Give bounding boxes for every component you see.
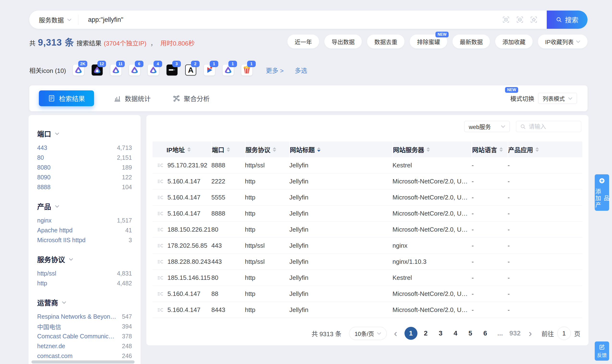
filter-value-link[interactable]: 8888 xyxy=(37,184,51,191)
table-row[interactable]: 5.160.4.147 8443 http Jellyfin Microsoft… xyxy=(153,302,582,318)
column-header[interactable]: 产品应用 xyxy=(508,142,582,157)
filter-value-link[interactable]: hetzner.de xyxy=(37,343,65,350)
related-app-icon[interactable]: 12 xyxy=(92,65,103,76)
related-app-icon[interactable]: 11 xyxy=(110,65,121,76)
tab-search-results[interactable]: 检索结果 xyxy=(39,91,94,106)
column-header[interactable]: 网站服务器 xyxy=(392,142,472,157)
action-button[interactable]: 添加收藏 xyxy=(495,35,532,48)
ip-value[interactable]: 5.160.4.147 xyxy=(167,306,200,314)
expand-row-icon[interactable] xyxy=(157,292,165,296)
table-row[interactable]: 188.228.80.243 443 http/ssl Jellyfin ngi… xyxy=(153,254,582,270)
mode-select[interactable]: 列表模式 xyxy=(538,93,577,104)
search-query-input[interactable] xyxy=(88,16,502,24)
column-header[interactable]: 端口 xyxy=(211,142,245,157)
search-button[interactable]: 搜索 xyxy=(547,11,587,29)
expand-row-icon[interactable] xyxy=(157,276,165,280)
expand-row-icon[interactable] xyxy=(157,244,165,248)
related-app-icon[interactable]: 2 A xyxy=(185,65,196,76)
table-search-input[interactable] xyxy=(529,123,577,130)
search-category-dropdown[interactable]: 服务数据 xyxy=(29,15,78,24)
scrollbar-thumb[interactable] xyxy=(31,360,134,364)
filter-value-link[interactable]: http/ssl xyxy=(37,270,56,277)
action-button[interactable]: 导出数据 xyxy=(324,35,362,48)
filter-value-link[interactable]: nginx xyxy=(37,217,52,224)
page-number[interactable]: 2 xyxy=(419,327,432,340)
filter-value-link[interactable]: comcast.com xyxy=(37,352,72,359)
expand-row-icon[interactable] xyxy=(157,163,165,167)
page-number[interactable]: 932 xyxy=(509,327,521,340)
action-button[interactable]: IP收藏列表 xyxy=(538,35,587,48)
page-number[interactable]: 3 xyxy=(434,327,447,340)
filter-value-link[interactable]: Microsoft IIS httpd xyxy=(37,237,85,244)
table-row[interactable]: 185.15.146.115 80 http Jellyfin Kestrel … xyxy=(153,270,582,286)
table-row[interactable]: 95.170.231.92 8888 http/ssl Jellyfin Kes… xyxy=(153,157,582,173)
filter-value-link[interactable]: 8080 xyxy=(37,164,51,171)
expand-row-icon[interactable] xyxy=(157,179,165,183)
goto-page-input[interactable] xyxy=(557,326,571,340)
table-row[interactable]: 178.202.56.85 443 http/ssl Jellyfin ngin… xyxy=(153,238,582,254)
face-scan-icon[interactable] xyxy=(516,16,524,24)
ip-value[interactable]: 188.228.80.243 xyxy=(167,258,211,265)
expand-row-icon[interactable] xyxy=(157,308,165,312)
ip-value[interactable]: 188.150.226.215 xyxy=(167,226,211,233)
multi-select-link[interactable]: 多选 xyxy=(295,66,307,75)
action-button[interactable]: 数据去重 xyxy=(367,35,404,48)
ip-value[interactable]: 95.170.231.92 xyxy=(167,162,207,169)
favorite-star-icon[interactable] xyxy=(530,16,538,24)
related-app-icon[interactable]: 2K xyxy=(73,65,84,76)
related-app-icon[interactable]: 6 xyxy=(129,65,140,76)
filter-value-link[interactable]: 8090 xyxy=(37,174,51,181)
expand-row-icon[interactable] xyxy=(157,260,165,264)
column-header[interactable]: 服务协议 xyxy=(245,142,289,157)
page-number[interactable]: 6 xyxy=(479,327,492,340)
page-number[interactable]: 4 xyxy=(449,327,462,340)
filter-value-link[interactable]: Respina Networks & Beyond PJ... xyxy=(37,313,116,320)
table-row[interactable]: 5.160.4.147 5555 http Jellyfin Microsoft… xyxy=(153,189,582,206)
filter-value-link[interactable]: Apache httpd xyxy=(37,227,72,234)
ip-value[interactable]: 178.202.56.85 xyxy=(167,242,207,249)
filter-value-link[interactable]: Comcast Cable Communication... xyxy=(37,333,116,340)
ip-value[interactable]: 5.160.4.147 xyxy=(167,290,200,298)
table-row[interactable]: 5.160.4.147 2222 http Jellyfin Microsoft… xyxy=(153,173,582,189)
next-page-button[interactable]: › xyxy=(527,328,533,338)
related-app-icon[interactable]: 1 xyxy=(223,65,234,76)
ip-value[interactable]: 5.160.4.147 xyxy=(167,194,200,201)
related-app-icon[interactable]: 4 xyxy=(148,65,159,76)
column-header[interactable]: 网站语言 xyxy=(472,142,508,157)
service-type-select[interactable]: web服务 xyxy=(464,121,510,132)
expand-row-icon[interactable] xyxy=(157,228,165,232)
action-button[interactable]: 排除蜜罐 NEW xyxy=(410,35,447,48)
table-row[interactable]: 5.160.4.147 8888 http Jellyfin Microsoft… xyxy=(153,206,582,221)
ip-value[interactable]: 185.15.146.115 xyxy=(167,274,210,282)
add-to-canvas-icon[interactable] xyxy=(502,16,510,24)
filter-section-header[interactable]: 端口 xyxy=(37,129,132,139)
tab-aggregation-analysis[interactable]: 聚合分析 xyxy=(170,91,212,106)
table-row[interactable]: 188.150.226.215 80 http Jellyfin Microso… xyxy=(153,221,582,238)
filter-value-link[interactable]: 中国电信 xyxy=(37,322,61,331)
filter-value-link[interactable]: http xyxy=(37,280,47,287)
column-header[interactable]: IP地址 xyxy=(153,142,211,157)
page-number[interactable]: 1 xyxy=(404,327,417,340)
page-number[interactable]: ... xyxy=(494,327,507,340)
more-icons-link[interactable]: 更多 > xyxy=(266,66,284,75)
expand-row-icon[interactable] xyxy=(157,195,165,199)
table-row[interactable]: 5.160.4.147 88 http Jellyfin Microsoft-N… xyxy=(153,286,582,302)
expand-row-icon[interactable] xyxy=(157,211,165,216)
ip-value[interactable]: 5.160.4.147 xyxy=(167,210,200,217)
filter-section-header[interactable]: 服务协议 xyxy=(37,254,132,264)
filter-value-link[interactable]: 80 xyxy=(37,154,44,161)
related-app-icon[interactable]: 1 xyxy=(241,65,252,76)
related-app-icon[interactable]: 3 xyxy=(166,65,177,76)
action-button[interactable]: 最新数据 xyxy=(452,35,490,48)
add-product-button[interactable]: 添加产品 xyxy=(595,174,609,211)
page-size-select[interactable]: 10条/页 xyxy=(349,327,387,340)
action-button[interactable]: 近一年 xyxy=(287,35,319,48)
page-number[interactable]: 5 xyxy=(464,327,477,340)
column-header[interactable]: 网站标题 xyxy=(289,142,392,157)
prev-page-button[interactable]: ‹ xyxy=(392,328,399,338)
feedback-button[interactable]: 反馈 xyxy=(595,341,609,361)
related-app-icon[interactable]: 1 xyxy=(204,65,215,76)
filter-section-header[interactable]: 运营商 xyxy=(37,297,132,307)
tab-data-statistics[interactable]: 数据统计 xyxy=(111,91,153,106)
ip-value[interactable]: 5.160.4.147 xyxy=(167,178,200,185)
